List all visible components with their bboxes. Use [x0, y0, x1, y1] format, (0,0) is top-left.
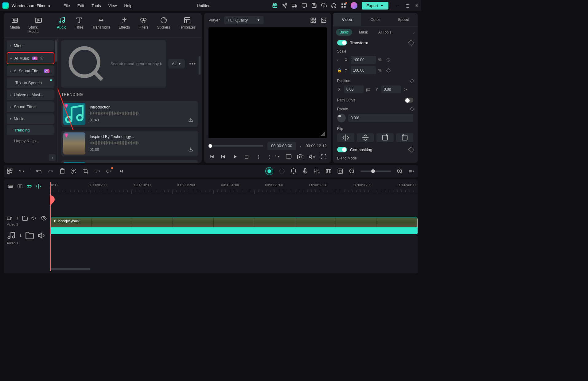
tab-stickers[interactable]: Stickers — [155, 16, 172, 34]
color-button[interactable] — [279, 168, 285, 174]
sidebar-item-music[interactable]: ▾Music — [7, 113, 54, 124]
mark-out-button[interactable]: } — [267, 154, 273, 160]
timeline-ruler[interactable]: 00:0000:00:05:0000:00:10:0000:00:15:0000… — [50, 182, 418, 194]
apps-icon[interactable] — [341, 3, 346, 8]
cloud-upload-icon[interactable] — [321, 3, 327, 8]
tab-templates[interactable]: Templates — [177, 16, 197, 34]
zoom-in-button[interactable] — [397, 168, 403, 174]
stop-button[interactable] — [243, 154, 250, 160]
tab-effects[interactable]: Effects — [117, 16, 131, 34]
quality-dropdown[interactable]: Full Quality▼ — [224, 16, 264, 24]
tab-stock-media[interactable]: Stock Media — [27, 16, 50, 34]
video-clip[interactable]: videoplayback — [50, 218, 418, 234]
headphones-icon[interactable] — [331, 3, 337, 8]
keyframe-button[interactable] — [386, 58, 391, 62]
more-options-button[interactable]: ••• — [187, 59, 198, 69]
keyframe-button[interactable] — [410, 107, 414, 111]
sidebar-item-text-to-speech[interactable]: Text to Speech — [7, 77, 54, 88]
filter-dropdown[interactable]: All▼ — [168, 59, 185, 69]
inspector-tab-speed[interactable]: Speed — [389, 13, 418, 26]
ai-assistant-button[interactable] — [265, 167, 273, 175]
menu-file[interactable]: File — [60, 2, 73, 9]
inspector-subtab-mask[interactable]: Mask — [355, 29, 372, 36]
audio-item[interactable]: Introduction 01:40 — [61, 101, 198, 127]
audio-item[interactable]: kinky boots 10:48 — [61, 160, 198, 163]
mute-button[interactable] — [309, 154, 315, 160]
crop-button[interactable] — [83, 168, 89, 174]
timeline-option-3[interactable] — [26, 183, 32, 190]
mark-in-button[interactable]: { — [255, 154, 261, 160]
gift-icon[interactable] — [272, 3, 278, 8]
resize-corner-icon[interactable] — [321, 132, 325, 136]
inspector-subtab-basic[interactable]: Basic — [336, 29, 352, 36]
download-button[interactable] — [188, 117, 193, 123]
rotate-ccw-button[interactable] — [396, 133, 413, 142]
search-input[interactable] — [61, 40, 166, 88]
tab-titles[interactable]: Titles — [73, 16, 85, 34]
sidebar-sub-happy[interactable]: Happy & Up... — [7, 136, 54, 146]
user-avatar[interactable] — [351, 2, 357, 9]
seek-handle[interactable] — [208, 144, 212, 148]
minimize-button[interactable]: — — [396, 3, 400, 8]
menu-tools[interactable]: Tools — [88, 2, 104, 9]
sidebar-item-sound-effect[interactable]: ▸Sound Effect — [7, 101, 54, 112]
playhead[interactable] — [50, 182, 51, 271]
image-icon[interactable] — [321, 17, 327, 23]
maximize-button[interactable]: ▢ — [406, 3, 410, 8]
tab-filters[interactable]: Filters — [137, 16, 150, 34]
select-tool-button[interactable]: ▼ — [18, 168, 25, 174]
fullscreen-button[interactable] — [321, 154, 327, 160]
folder-icon[interactable] — [22, 215, 28, 221]
fit-button[interactable]: ▼ — [408, 168, 415, 174]
shield-button[interactable] — [290, 168, 297, 174]
video-viewport[interactable] — [208, 27, 327, 138]
timeline-option-2[interactable] — [17, 183, 23, 190]
close-button[interactable]: ✕ — [415, 3, 419, 8]
zoom-slider[interactable] — [360, 171, 391, 172]
player-seek-track[interactable] — [208, 145, 263, 147]
speed-button[interactable]: ▼ — [106, 168, 112, 174]
menu-help[interactable]: Help — [121, 2, 135, 9]
horizontal-scrollbar[interactable] — [50, 268, 90, 270]
scale-x-input[interactable] — [351, 56, 376, 64]
menu-view[interactable]: View — [105, 2, 120, 9]
mic-button[interactable] — [302, 168, 308, 174]
scroll-right-icon[interactable]: › — [413, 30, 415, 35]
export-button[interactable]: Export▼ — [362, 2, 388, 10]
keyframe-button[interactable] — [408, 40, 414, 46]
collapse-sidebar-button[interactable]: ‹ — [49, 154, 56, 161]
audio-item[interactable]: Inspired By Technology... 01:33 — [61, 131, 198, 156]
video-track-header[interactable]: 1 Video 1 — [7, 215, 47, 226]
prev-frame-button[interactable] — [208, 154, 215, 160]
keyframe-button[interactable] — [386, 68, 391, 73]
scale-y-input[interactable] — [351, 66, 376, 74]
eye-icon[interactable] — [41, 215, 47, 221]
transform-toggle[interactable] — [337, 40, 347, 45]
rotate-input[interactable] — [348, 114, 413, 122]
tab-media[interactable]: Media — [8, 16, 22, 34]
monitor-icon[interactable] — [302, 3, 307, 8]
keyframe-button[interactable] — [410, 79, 414, 83]
delete-button[interactable] — [59, 168, 65, 174]
timeline-option-4[interactable] — [36, 183, 41, 190]
truck-icon[interactable] — [292, 3, 297, 8]
zoom-out-button[interactable] — [349, 168, 355, 174]
flip-vertical-button[interactable] — [357, 133, 374, 142]
menu-edit[interactable]: Edit — [74, 2, 87, 9]
sidebar-item-ai-sound-effect[interactable]: ▸AI Sound Effe...AI — [7, 65, 54, 76]
marker-button[interactable] — [325, 168, 332, 174]
lock-icon[interactable]: 🔒 — [337, 68, 341, 73]
flip-horizontal-button[interactable] — [337, 133, 354, 142]
scrollbar[interactable] — [55, 40, 57, 62]
send-icon[interactable] — [282, 3, 287, 8]
keyframe-button[interactable] — [408, 147, 414, 153]
audio-mixer-button[interactable] — [314, 168, 320, 174]
timeline-option-1[interactable] — [8, 183, 14, 190]
layout-grid-icon[interactable] — [310, 17, 316, 23]
speaker-icon[interactable] — [38, 231, 47, 240]
redo-button[interactable] — [48, 168, 54, 174]
audio-track-header[interactable]: 1 Audio 1 — [7, 231, 47, 245]
display-button[interactable] — [286, 154, 292, 160]
rotate-cw-button[interactable] — [376, 133, 394, 142]
inspector-tab-video[interactable]: Video — [333, 13, 361, 26]
